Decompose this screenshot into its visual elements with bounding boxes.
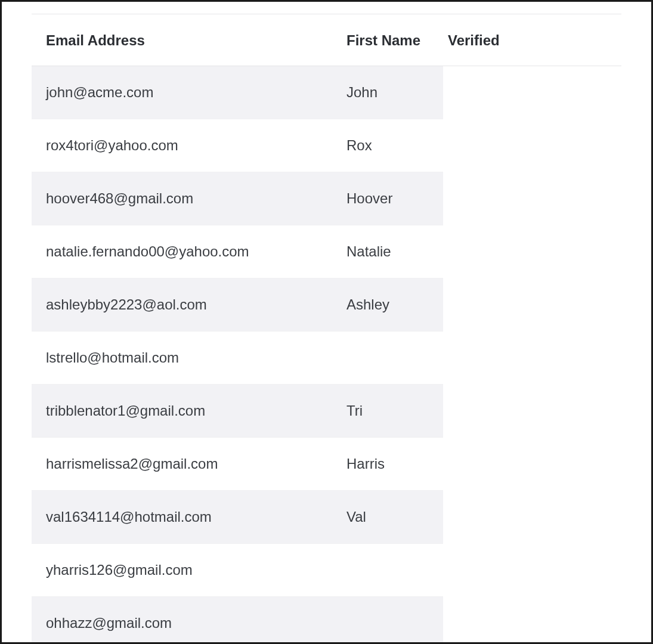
cell-firstname: Val xyxy=(346,509,429,525)
table-row[interactable]: harrismelissa2@gmail.com Harris xyxy=(32,438,443,491)
table-row[interactable]: lstrello@hotmail.com xyxy=(32,332,443,385)
column-header-verified[interactable]: Verified xyxy=(448,32,500,49)
cell-email: hoover468@gmail.com xyxy=(46,190,346,207)
cell-firstname: Hoover xyxy=(346,190,429,207)
cell-firstname: Natalie xyxy=(346,243,429,260)
table-row[interactable]: natalie.fernando00@yahoo.com Natalie xyxy=(32,225,443,278)
cell-email: lstrello@hotmail.com xyxy=(46,349,346,366)
table-row[interactable]: ashleybby2223@aol.com Ashley xyxy=(32,278,443,332)
cell-firstname: Rox xyxy=(346,137,429,154)
table-row[interactable]: rox4tori@yahoo.com Rox xyxy=(32,119,443,172)
table-row[interactable]: yharris126@gmail.com xyxy=(32,544,443,597)
cell-email: harrismelissa2@gmail.com xyxy=(46,456,346,472)
cell-firstname: Harris xyxy=(346,456,429,472)
table-row[interactable]: john@acme.com John xyxy=(32,66,443,119)
cell-email: val1634114@hotmail.com xyxy=(46,509,346,525)
column-header-email[interactable]: Email Address xyxy=(46,32,346,49)
table-row[interactable]: ohhazz@gmail.com xyxy=(32,597,443,644)
cell-email: ashleybby2223@aol.com xyxy=(46,296,346,313)
cell-email: rox4tori@yahoo.com xyxy=(46,137,346,154)
table-row[interactable]: hoover468@gmail.com Hoover xyxy=(32,172,443,225)
cell-firstname: John xyxy=(346,84,429,101)
cell-email: john@acme.com xyxy=(46,84,346,101)
contacts-table: Email Address First Name Verified john@a… xyxy=(32,14,621,644)
table-row[interactable]: val1634114@hotmail.com Val xyxy=(32,491,443,544)
column-header-firstname[interactable]: First Name xyxy=(346,32,448,49)
table-body: john@acme.com John rox4tori@yahoo.com Ro… xyxy=(32,66,443,644)
cell-firstname: Tri xyxy=(346,402,429,419)
table-header-row: Email Address First Name Verified xyxy=(32,14,621,66)
cell-email: tribblenator1@gmail.com xyxy=(46,402,346,419)
cell-firstname: Ashley xyxy=(346,296,429,313)
cell-email: natalie.fernando00@yahoo.com xyxy=(46,243,346,260)
cell-email: yharris126@gmail.com xyxy=(46,562,346,578)
table-row[interactable]: tribblenator1@gmail.com Tri xyxy=(32,385,443,438)
cell-email: ohhazz@gmail.com xyxy=(46,615,346,631)
